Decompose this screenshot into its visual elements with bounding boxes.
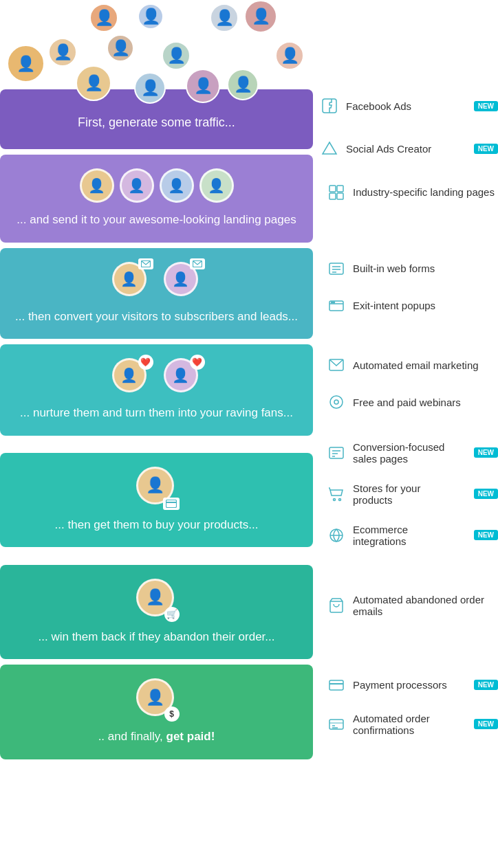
avatar: 👤 xyxy=(244,0,277,33)
avatar-with-heart-2: 👤 ❤️ xyxy=(164,358,202,396)
svg-rect-29 xyxy=(329,680,343,690)
winback-card-text: ... win them back if they abandon their … xyxy=(14,628,299,646)
avatar-with-heart: 👤 ❤️ xyxy=(112,358,150,396)
svg-rect-1 xyxy=(329,186,336,192)
confirm-badge: NEW xyxy=(474,719,498,729)
social-ads-badge: NEW xyxy=(474,144,498,154)
stores-label: Stores for your products xyxy=(353,482,463,506)
heart-badge-2: ❤️ xyxy=(190,355,205,370)
avatar: 👤 xyxy=(76,65,111,101)
feature-payment-processors: Payment processors NEW xyxy=(327,676,498,695)
avatar: 👤 xyxy=(210,3,239,32)
heart-badge: ❤️ xyxy=(138,355,153,370)
convert-card: 👤 👤 ... then convert your visitors to su… xyxy=(0,248,313,340)
svg-point-25 xyxy=(339,498,341,500)
winback-card: 👤 🛒 ... win them back if they abandon th… xyxy=(0,565,313,660)
paid-section: 👤 $ .. and finally, get paid! Payment pr… xyxy=(0,665,498,759)
buy-card-text: ... then get them to buy your products..… xyxy=(14,516,299,534)
facebook-icon xyxy=(320,96,339,115)
buy-features: Conversion-focused sales pages NEW Store… xyxy=(313,441,498,559)
ecom-icon xyxy=(327,526,346,545)
avatar: 👤 xyxy=(89,3,118,32)
avatar: 👤 xyxy=(80,168,114,203)
avatar: 👤 xyxy=(186,69,220,103)
landing-card-text: ... and send it to your awesome-looking … xyxy=(14,211,299,229)
ecommerce-label: Ecommerce integrations xyxy=(353,524,463,547)
store-icon xyxy=(327,485,346,504)
svg-point-17 xyxy=(334,400,338,404)
paid-card: 👤 $ .. and finally, get paid! xyxy=(0,665,313,759)
grid-icon xyxy=(327,183,346,202)
triangle-icon xyxy=(320,139,339,158)
abandoned-order-label: Automated abandoned order emails xyxy=(353,594,498,617)
landing-features: Industry-specific landing pages xyxy=(313,183,498,214)
avatar: 👤 xyxy=(107,34,134,62)
svg-rect-4 xyxy=(337,193,343,199)
email-badge xyxy=(138,258,153,269)
facebook-ads-badge: NEW xyxy=(474,101,498,111)
payment-icon xyxy=(327,676,346,695)
exit-popups-label: Exit-intent popups xyxy=(353,300,498,311)
feature-web-forms: Built-in web forms xyxy=(327,259,498,278)
convert-section: 👤 👤 ... then convert your visitors to su… xyxy=(0,248,498,340)
paid-text-prefix: .. and finally, xyxy=(98,730,166,743)
sales-pages-label: Conversion-focused sales pages xyxy=(353,441,463,465)
avatar: 👤 xyxy=(7,45,45,82)
feature-landing-pages: Industry-specific landing pages xyxy=(327,183,498,202)
payment-badge: NEW xyxy=(474,680,498,690)
feature-email-marketing: Automated email marketing xyxy=(327,355,498,375)
nurture-card: 👤 ❤️ 👤 ❤️ ... nurture them and turn them… xyxy=(0,344,313,436)
dollar-badge: $ xyxy=(164,706,180,722)
avatar: 👤 xyxy=(138,3,164,30)
webinar-icon xyxy=(327,392,346,412)
winback-section: 👤 🛒 ... win them back if they abandon th… xyxy=(0,565,498,660)
winback-features: Automated abandoned order emails xyxy=(313,594,498,630)
buy-card: 👤 ... then get them to buy your products… xyxy=(0,453,313,548)
social-ads-label: Social Ads Creator xyxy=(346,143,463,155)
convert-features: Built-in web forms Exit-intent popups xyxy=(313,259,498,328)
paid-features: Payment processors NEW Automated order c… xyxy=(313,676,498,748)
card-badge xyxy=(163,498,180,510)
avatar: 👤 xyxy=(275,41,304,70)
svg-point-24 xyxy=(334,498,336,500)
form-icon xyxy=(327,259,346,278)
feature-exit-popups: Exit-intent popups xyxy=(327,296,498,315)
email-marketing-label: Automated email marketing xyxy=(353,359,498,371)
popup-icon xyxy=(327,296,346,315)
page-wrapper: 👤 👤 👤 👤 👤 👤 👤 xyxy=(0,0,498,765)
payment-processors-label: Payment processors xyxy=(353,679,463,691)
nurture-features: Automated email marketing Free and paid … xyxy=(313,355,498,424)
avatar: 👤 xyxy=(120,168,154,203)
avatar-with-email: 👤 xyxy=(112,262,150,300)
feature-ecommerce: Ecommerce integrations NEW xyxy=(327,524,498,547)
svg-rect-2 xyxy=(337,186,343,192)
paid-card-text: .. and finally, get paid! xyxy=(14,728,299,746)
avatar: 👤 xyxy=(227,69,259,100)
convert-card-text: ... then convert your visitors to subscr… xyxy=(14,308,299,326)
traffic-card-text: First, generate some traffic... xyxy=(14,113,299,132)
svg-point-16 xyxy=(330,396,343,408)
avatar-with-email-2: 👤 xyxy=(164,262,202,300)
stores-badge: NEW xyxy=(474,489,498,499)
feature-social-ads: Social Ads Creator NEW xyxy=(320,139,498,158)
buy-section: 👤 ... then get them to buy your products… xyxy=(0,441,498,559)
avatar: 👤 xyxy=(48,38,77,67)
avatar: 👤 xyxy=(199,168,234,203)
facebook-ads-label: Facebook Ads xyxy=(346,100,463,112)
svg-rect-18 xyxy=(166,500,176,507)
feature-webinars: Free and paid webinars xyxy=(327,392,498,412)
svg-rect-3 xyxy=(329,193,336,199)
avatar-with-basket: 👤 🛒 xyxy=(136,579,177,620)
svg-point-13 xyxy=(332,302,333,303)
feature-stores: Stores for your products NEW xyxy=(327,482,498,506)
svg-rect-20 xyxy=(329,447,343,458)
email-badge-2 xyxy=(190,258,205,269)
sales-icon xyxy=(327,443,346,463)
svg-point-14 xyxy=(334,302,335,303)
nurture-section: 👤 ❤️ 👤 ❤️ ... nurture them and turn them… xyxy=(0,344,498,436)
landing-pages-label: Industry-specific landing pages xyxy=(353,186,498,198)
avatar-with-dollar: 👤 $ xyxy=(136,678,177,720)
nurture-card-text: ... nurture them and turn them into your… xyxy=(14,404,299,422)
feature-abandoned-order: Automated abandoned order emails xyxy=(327,594,498,617)
feature-order-confirmations: Automated order confirmations NEW xyxy=(327,713,498,736)
